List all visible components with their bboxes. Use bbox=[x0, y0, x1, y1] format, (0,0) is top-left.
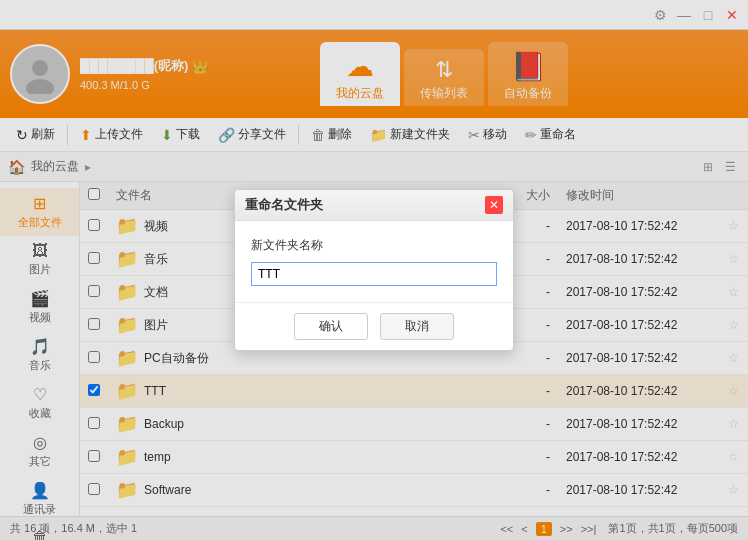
dialog-overlay: 重命名文件夹 ✕ 新文件夹名称 确认 取消 bbox=[0, 0, 748, 540]
dialog-footer: 确认 取消 bbox=[235, 302, 513, 350]
dialog-cancel-button[interactable]: 取消 bbox=[380, 313, 454, 340]
dialog-body: 新文件夹名称 bbox=[235, 221, 513, 302]
dialog-label: 新文件夹名称 bbox=[251, 237, 497, 254]
dialog-input[interactable] bbox=[251, 262, 497, 286]
rename-dialog: 重命名文件夹 ✕ 新文件夹名称 确认 取消 bbox=[234, 189, 514, 351]
dialog-title: 重命名文件夹 bbox=[245, 196, 323, 214]
dialog-header: 重命名文件夹 ✕ bbox=[235, 190, 513, 221]
dialog-close-button[interactable]: ✕ bbox=[485, 196, 503, 214]
dialog-confirm-button[interactable]: 确认 bbox=[294, 313, 368, 340]
